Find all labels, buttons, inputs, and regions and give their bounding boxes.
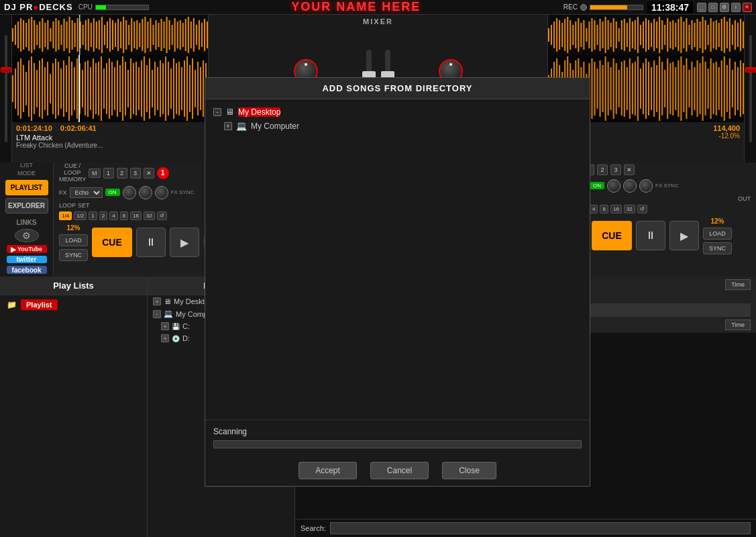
svg-rect-137 [176, 63, 177, 114]
play-button-right[interactable]: ▶ [669, 221, 699, 250]
info-button[interactable]: i [731, 3, 741, 12]
loop-btn-1[interactable]: 1 [89, 211, 97, 220]
rec-dot[interactable] [580, 4, 587, 11]
svg-rect-272 [675, 67, 676, 110]
load-button-right[interactable]: LOAD [703, 228, 732, 240]
sync-button-left[interactable]: SYNC [59, 249, 88, 261]
fx-knob1-left[interactable] [123, 186, 136, 199]
close-button[interactable]: ✕ [743, 3, 752, 12]
svg-rect-125 [144, 56, 145, 121]
loop-btn-32-r[interactable]: 32 [624, 205, 635, 213]
loop-btn-16-r[interactable]: 16 [610, 205, 622, 213]
svg-rect-260 [643, 63, 644, 114]
slider-knob-left[interactable] [1, 67, 11, 72]
cue-num-x[interactable]: ✕ [144, 168, 154, 179]
svg-rect-254 [627, 67, 628, 110]
loop-btn-4[interactable]: 4 [109, 211, 117, 220]
time-button-right2[interactable]: Time [725, 320, 751, 330]
load-button-left[interactable]: LOAD [59, 234, 88, 246]
deck-left-volume-slider[interactable] [0, 15, 12, 162]
loop-btn-8[interactable]: 8 [120, 211, 128, 220]
cue-num-2[interactable]: 2 [117, 168, 127, 179]
playlist-item[interactable]: 📁 Playlist [0, 295, 147, 314]
slider-knob-right[interactable] [745, 67, 756, 72]
twitter-button[interactable]: twitter [7, 256, 47, 264]
expand-computer-button[interactable]: - [153, 310, 161, 318]
pause-button-right[interactable]: ⏸ [636, 221, 665, 250]
load-sync-right: 12% LOAD SYNC [703, 217, 732, 254]
win-controls: _ □ ⚙ i ✕ [697, 3, 752, 12]
fx-knob3-left[interactable] [155, 186, 168, 199]
accept-button[interactable]: Accept [299, 462, 357, 479]
pause-button-left[interactable]: ⏸ [136, 228, 166, 257]
settings-icon-button[interactable]: ⚙ [15, 229, 39, 242]
svg-rect-49 [142, 19, 143, 51]
vol-pct-left: 12% [67, 224, 80, 232]
loop-btn-8-r[interactable]: 8 [600, 205, 608, 213]
settings-button[interactable]: ⚙ [720, 3, 729, 12]
tree-expand-computer[interactable]: + [224, 122, 232, 130]
svg-rect-68 [193, 18, 195, 52]
fx-on-button-right[interactable]: ON [590, 182, 604, 189]
loop-btn-auto-r[interactable]: ↺ [637, 205, 647, 213]
loop-btn-16[interactable]: 16 [130, 211, 142, 220]
explorer-mode-button[interactable]: EXPLORER [5, 198, 48, 213]
youtube-button[interactable]: ▶ YouTube [7, 245, 47, 253]
loop-btn-32[interactable]: 32 [144, 211, 155, 220]
svg-rect-178 [621, 20, 623, 50]
loop-btn-1-2[interactable]: 1/2 [74, 211, 87, 220]
cue-num-3-r[interactable]: 3 [610, 164, 621, 175]
svg-rect-81 [25, 72, 27, 105]
fx-knob2-left[interactable] [139, 186, 152, 199]
rec-fill [590, 5, 627, 9]
expand-d-button[interactable]: + [161, 334, 169, 342]
svg-rect-117 [122, 56, 123, 121]
folder-icon: 📁 [7, 300, 17, 309]
fx-knob1-right[interactable] [607, 179, 620, 193]
cue-num-1[interactable]: 1 [103, 168, 114, 179]
time-button-right1[interactable]: Time [725, 279, 751, 290]
dialog-tree-item-computer[interactable]: + 💻 My Computer [221, 119, 584, 133]
rec-label: REC [563, 3, 578, 11]
loop-btn-2[interactable]: 2 [99, 211, 107, 220]
expand-c-button[interactable]: + [161, 322, 169, 330]
cue-num-2-r[interactable]: 2 [597, 164, 608, 175]
mem-btn-m[interactable]: M [89, 168, 101, 178]
deck-right-volume-slider[interactable] [744, 15, 756, 162]
svg-rect-123 [138, 67, 140, 110]
svg-rect-248 [610, 67, 612, 110]
playlist-mode-button[interactable]: PLAYLIST [5, 180, 48, 195]
cancel-button[interactable]: Cancel [370, 462, 429, 479]
cue-button-right[interactable]: CUE [592, 221, 632, 250]
minimize-button[interactable]: _ [697, 3, 706, 12]
fx-knob3-right[interactable] [639, 179, 653, 193]
svg-rect-130 [157, 67, 158, 110]
rec-bar [590, 5, 643, 10]
cue-num-x-r[interactable]: ✕ [624, 164, 635, 175]
play-button-left[interactable]: ▶ [170, 228, 199, 257]
cue-num-3[interactable]: 3 [130, 168, 141, 179]
svg-rect-176 [616, 21, 617, 48]
search-input[interactable] [330, 522, 751, 534]
svg-rect-27 [83, 25, 84, 45]
svg-rect-85 [36, 70, 38, 107]
svg-rect-72 [204, 19, 205, 51]
expand-desktop-button[interactable]: + [153, 297, 161, 305]
maximize-button[interactable]: □ [708, 3, 718, 12]
fx-on-button-left[interactable]: ON [105, 189, 120, 196]
loop-btn-auto[interactable]: ↺ [157, 211, 167, 220]
svg-rect-76 [12, 75, 13, 102]
svg-rect-203 [688, 25, 690, 45]
dialog-tree-item-desktop[interactable]: - 🖥 My Desktop [211, 105, 584, 119]
facebook-button[interactable]: facebook [7, 266, 47, 274]
loop-btn-4-r[interactable]: 4 [590, 205, 598, 213]
sync-button-right[interactable]: SYNC [703, 242, 732, 254]
svg-rect-210 [708, 25, 709, 45]
cue-button-left[interactable]: CUE [92, 228, 132, 257]
loop-btn-1-4[interactable]: 1/4 [59, 211, 72, 220]
fx-select-left[interactable]: Echo [70, 187, 103, 198]
close-button-dialog[interactable]: Close [442, 462, 496, 479]
tree-expand-desktop[interactable]: - [213, 108, 221, 116]
fx-knob2-right[interactable] [623, 179, 637, 193]
svg-rect-214 [718, 23, 720, 47]
